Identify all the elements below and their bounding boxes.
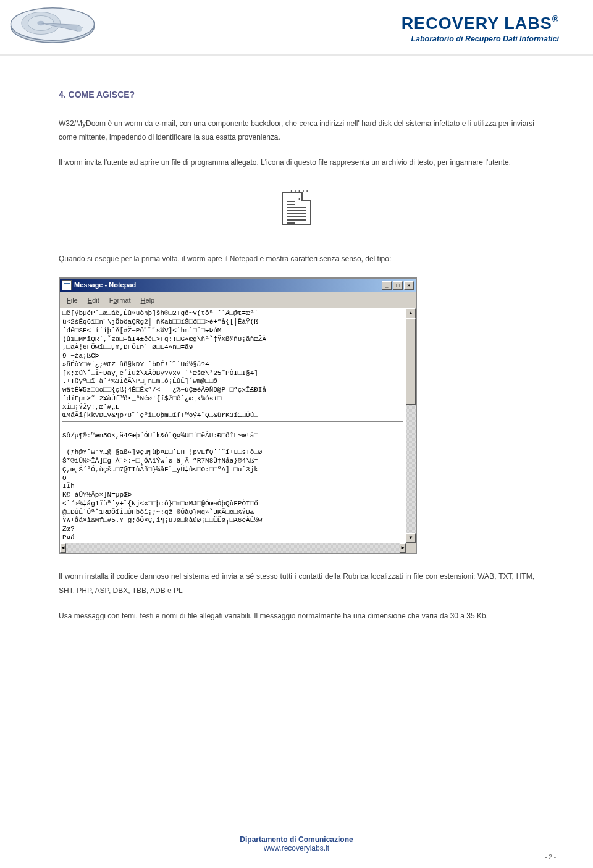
brand-tagline: Laboratorio di Recupero Dati Informatici <box>402 35 559 43</box>
page-footer: Dipartamento di Comunicazione www.recove… <box>34 830 559 853</box>
page-header: RECOVERY LABS® Laboratorio di Recupero D… <box>0 0 593 56</box>
scroll-right-icon[interactable]: ► <box>400 543 406 553</box>
menubar: File Edit Format Help <box>60 292 416 309</box>
paragraph: Il worm invita l'utente ad aprire un fil… <box>59 156 534 170</box>
notepad-app-icon <box>62 280 72 290</box>
menu-help[interactable]: Help <box>137 293 159 308</box>
paragraph: W32/MyDoom è un worm da e-mail, con una … <box>59 117 534 145</box>
file-icon-figure: • • • • • • <box>59 192 534 230</box>
window-title: Message - Notepad <box>74 279 382 292</box>
scroll-down-icon[interactable]: ▼ <box>406 533 416 543</box>
notepad-textarea[interactable]: □ë[ýbµéP˙□æ□áè,Êû»uòhþ]šh®□2Tgð~V(tôª ˇ˝… <box>60 308 406 543</box>
resize-grip-icon[interactable] <box>406 543 416 553</box>
menu-file[interactable]: File <box>62 293 82 308</box>
scroll-left-icon[interactable]: ◄ <box>60 543 66 553</box>
vertical-scrollbar[interactable]: ▲ ▼ <box>406 308 416 543</box>
notepad-window: Message - Notepad _ □ × File Edit Format… <box>59 277 417 555</box>
minimize-button[interactable]: _ <box>382 281 392 290</box>
footer-dept: Dipartamento di Comunicazione <box>34 835 559 844</box>
brand-block: RECOVERY LABS® Laboratorio di Recupero D… <box>402 14 559 43</box>
menu-edit[interactable]: Edit <box>83 293 104 308</box>
close-button[interactable]: × <box>404 281 414 290</box>
svg-point-5 <box>77 26 82 32</box>
footer-url: www.recoverylabs.it <box>34 844 559 853</box>
paragraph: Il worm installa il codice dannoso nel s… <box>59 570 534 598</box>
maximize-button[interactable]: □ <box>393 281 403 290</box>
paragraph: Quando si esegue per la prima volta, il … <box>59 252 534 266</box>
hard-drive-icon <box>6 6 99 52</box>
menu-format[interactable]: Format <box>105 293 135 308</box>
page-number: - 2 - <box>545 854 556 861</box>
horizontal-scrollbar[interactable]: ◄ ► <box>60 543 416 553</box>
section-title: 4. COME AGISCE? <box>59 86 534 103</box>
brand-name: RECOVERY LABS® <box>402 14 559 33</box>
document-content: 4. COME AGISCE? W32/MyDoom è un worm da … <box>0 56 593 623</box>
scroll-up-icon[interactable]: ▲ <box>406 308 416 318</box>
text-file-icon: • • • • • • <box>282 192 311 225</box>
titlebar: Message - Notepad _ □ × <box>60 279 416 292</box>
scrollbar-thumb[interactable] <box>406 318 416 405</box>
paragraph: Usa messaggi con temi, testi e nomi di f… <box>59 609 534 623</box>
